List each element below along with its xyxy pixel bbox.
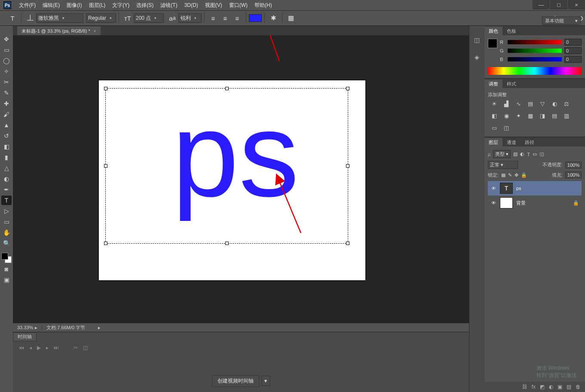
move-tool[interactable]: ✥ [1, 34, 12, 44]
fill-value[interactable]: 100% [565, 172, 582, 178]
handle-ml[interactable] [104, 164, 107, 168]
text-color-swatch[interactable] [249, 14, 262, 22]
eraser-tool[interactable]: ◧ [1, 142, 12, 151]
window-maximize-button[interactable]: □ [550, 0, 567, 9]
warp-text-icon[interactable]: ✱ [269, 13, 278, 23]
curves-icon[interactable]: ∿ [515, 100, 522, 107]
handle-bl[interactable] [104, 242, 107, 245]
bw-icon[interactable]: ◧ [490, 112, 498, 119]
timeline-transition-icon[interactable]: ◫ [83, 345, 88, 351]
balance-icon[interactable]: ⚖ [563, 100, 570, 107]
timeline-first-icon[interactable]: ⏮ [19, 345, 24, 351]
brush-tool[interactable]: 🖌 [1, 110, 12, 119]
invert-icon[interactable]: ◨ [539, 112, 546, 119]
zoom-arrow-icon[interactable]: ▸ [35, 325, 37, 331]
tab-styles[interactable]: 样式 [502, 80, 521, 88]
r-value[interactable]: 0 [564, 39, 582, 46]
filter-shape-icon[interactable]: ▭ [533, 151, 537, 157]
menu-filter[interactable]: 滤镜(T) [157, 2, 181, 9]
menu-help[interactable]: 帮助(H) [251, 2, 276, 9]
visibility-icon[interactable]: 👁 [490, 200, 496, 205]
vibrance-icon[interactable]: ▽ [539, 100, 546, 107]
font-size-combo[interactable]: 200 点▾ [134, 13, 164, 23]
magic-wand-tool[interactable]: ✧ [1, 67, 12, 76]
timeline-cut-icon[interactable]: ✂ [74, 345, 78, 351]
new-group-icon[interactable]: ▣ [557, 384, 562, 390]
create-video-timeline-button[interactable]: 创建视频时间轴 [212, 375, 259, 387]
quickmask-tool[interactable]: ◙ [1, 264, 12, 274]
font-style-combo[interactable]: Regular▾ [86, 13, 116, 23]
r-slider[interactable] [508, 40, 562, 44]
foreground-color[interactable] [1, 253, 8, 260]
align-right-icon[interactable]: ≡ [233, 13, 242, 23]
status-arrow-icon[interactable]: ▸ [98, 325, 101, 331]
canvas-text[interactable]: ps [172, 106, 299, 202]
new-fill-icon[interactable]: ◐ [549, 384, 553, 390]
tab-adjustments[interactable]: 调整 [484, 80, 502, 88]
layer-mask-icon[interactable]: ◩ [540, 384, 545, 390]
timeline-tab[interactable]: 时间轴 [13, 332, 37, 341]
layer-name[interactable]: ps [516, 186, 579, 191]
timeline-next-icon[interactable]: ▸ [46, 345, 49, 351]
character-panel-icon[interactable]: ▦ [286, 13, 296, 23]
tool-preset-icon[interactable]: T [8, 13, 17, 23]
handle-br[interactable] [346, 242, 349, 245]
opacity-value[interactable]: 100% [565, 162, 582, 168]
canvas-paper[interactable]: ps [99, 80, 365, 280]
lookup-icon[interactable]: ▦ [527, 112, 534, 119]
menu-type[interactable]: 文字(Y) [109, 2, 133, 9]
lock-pos-icon[interactable]: ✥ [515, 172, 518, 178]
handle-tl[interactable] [104, 87, 107, 90]
selective-color-icon[interactable]: ◫ [502, 124, 510, 132]
timeline-last-icon[interactable]: ⏭ [54, 345, 59, 351]
shape-tool[interactable]: ▭ [1, 217, 12, 227]
g-value[interactable]: 0 [564, 47, 582, 54]
marquee-tool[interactable]: ▭ [1, 45, 12, 55]
lock-all-icon[interactable]: 🔒 [521, 172, 527, 178]
screenmode-tool[interactable]: ▣ [1, 275, 12, 285]
spectrum-bar[interactable] [488, 67, 582, 75]
tab-swatches[interactable]: 色板 [502, 27, 521, 35]
b-value[interactable]: 0 [564, 56, 582, 63]
menu-file[interactable]: 文件(F) [15, 2, 39, 9]
menu-image[interactable]: 图像(I) [63, 2, 85, 9]
menu-window[interactable]: 窗口(W) [226, 2, 251, 9]
layer-fx-icon[interactable]: fx [532, 384, 536, 390]
b-slider[interactable] [508, 57, 562, 61]
link-layers-icon[interactable]: ⛓ [522, 384, 527, 390]
history-brush-tool[interactable]: ↺ [1, 131, 12, 141]
menu-select[interactable]: 选择(S) [133, 2, 157, 9]
handle-mr[interactable] [346, 164, 349, 168]
font-family-combo[interactable]: 微软雅黑▾ [36, 13, 83, 23]
dodge-tool[interactable]: ◐ [1, 174, 12, 184]
zoom-value[interactable]: 33.33% [17, 325, 33, 330]
handle-bc[interactable] [225, 242, 229, 245]
threshold-icon[interactable]: ▥ [563, 112, 570, 119]
filter-image-icon[interactable]: ▧ [513, 151, 518, 157]
window-close-button[interactable]: × [568, 0, 585, 9]
timeline-prev-icon[interactable]: ◂ [29, 345, 32, 351]
tab-channels[interactable]: 通道 [502, 138, 521, 147]
tab-color[interactable]: 颜色 [484, 27, 502, 35]
layer-row[interactable]: 👁 背景 🔒 [488, 196, 582, 210]
menu-3d[interactable]: 3D(D) [181, 2, 202, 8]
crop-tool[interactable]: ✂ [1, 77, 12, 87]
window-minimize-button[interactable]: — [533, 0, 550, 9]
filter-smart-icon[interactable]: ◫ [539, 151, 544, 157]
document-tab[interactable]: 未标题-1 @ 33.3% (ps, RGB/8) * × [17, 27, 101, 35]
filter-adjust-icon[interactable]: ◐ [520, 151, 524, 157]
align-center-icon[interactable]: ≡ [221, 13, 230, 23]
visibility-icon[interactable]: 👁 [490, 186, 496, 191]
antialias-combo[interactable]: 锐利▾ [178, 13, 202, 23]
align-left-icon[interactable]: ≡ [208, 13, 218, 23]
levels-icon[interactable]: ▟ [502, 100, 510, 107]
filter-type-icon[interactable]: T [527, 152, 530, 157]
gradient-tool[interactable]: ▮ [1, 153, 12, 162]
menu-view[interactable]: 视图(V) [202, 2, 226, 9]
tab-paths[interactable]: 路径 [521, 138, 539, 147]
zoom-tool[interactable]: 🔍 [1, 239, 12, 248]
exposure-icon[interactable]: ▤ [527, 100, 534, 107]
timeline-play-icon[interactable]: ▶ [37, 345, 41, 351]
channel-mixer-icon[interactable]: ✦ [515, 112, 522, 119]
close-tab-icon[interactable]: × [94, 29, 96, 34]
